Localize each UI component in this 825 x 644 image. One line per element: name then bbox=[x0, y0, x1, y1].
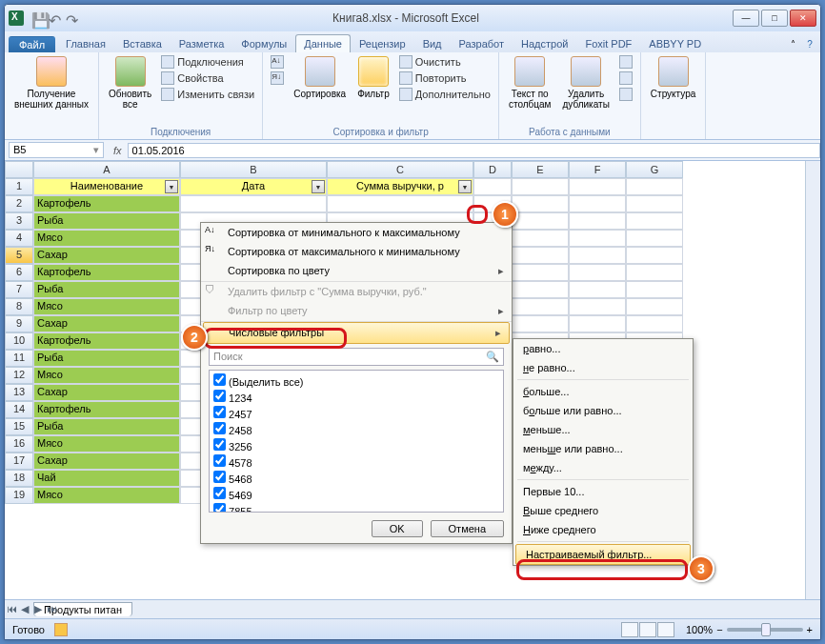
row-header-17[interactable]: 17 bbox=[5, 453, 33, 470]
column-header-G[interactable]: G bbox=[626, 161, 683, 178]
empty-cell[interactable] bbox=[569, 230, 626, 247]
column-header-E[interactable]: E bbox=[512, 161, 569, 178]
get-external-data-button[interactable]: Получение внешних данных bbox=[10, 54, 92, 111]
macro-record-icon[interactable] bbox=[54, 623, 68, 636]
checkbox-value[interactable]: 7855 bbox=[211, 502, 501, 513]
checkbox-select-all[interactable]: (Выделить все) bbox=[211, 372, 501, 389]
filter-option-item[interactable]: Настраиваемый фильтр... bbox=[515, 544, 691, 565]
table-cell[interactable]: Рыба bbox=[33, 281, 180, 298]
filter-option-item[interactable]: больше или равно... bbox=[513, 401, 693, 420]
empty-cell[interactable] bbox=[569, 264, 626, 281]
table-cell[interactable]: Рыба bbox=[33, 350, 180, 367]
column-header-D[interactable]: D bbox=[473, 161, 512, 178]
table-header-C[interactable]: Сумма выручки, р bbox=[327, 178, 473, 195]
qat-undo-icon[interactable]: ↶ bbox=[49, 11, 62, 25]
row-header-16[interactable]: 16 bbox=[5, 435, 33, 453]
empty-cell[interactable] bbox=[473, 178, 512, 195]
row-header-18[interactable]: 18 bbox=[5, 470, 33, 487]
filter-option-item[interactable]: меньше... bbox=[513, 420, 693, 439]
row-header-2[interactable]: 2 bbox=[5, 195, 33, 212]
tab-nav-first[interactable]: ⏮ bbox=[5, 603, 18, 615]
empty-cell[interactable] bbox=[626, 178, 683, 195]
row-header-4[interactable]: 4 bbox=[5, 230, 33, 247]
fx-button[interactable]: fx bbox=[108, 145, 128, 156]
text-to-columns-button[interactable]: Текст по столбцам bbox=[505, 54, 555, 111]
tab-data[interactable]: Данные bbox=[295, 34, 351, 52]
advanced-filter-button[interactable]: Дополнительно bbox=[397, 87, 493, 102]
row-header-6[interactable]: 6 bbox=[5, 264, 33, 281]
table-cell[interactable]: Мясо bbox=[33, 435, 180, 453]
empty-cell[interactable] bbox=[512, 315, 569, 332]
close-button[interactable]: ✕ bbox=[790, 10, 816, 27]
zoom-level[interactable]: 100% bbox=[686, 624, 713, 635]
ribbon-minimize-icon[interactable]: ˄ bbox=[786, 39, 799, 52]
filter-option-item[interactable]: меньше или равно... bbox=[513, 439, 693, 458]
table-cell[interactable]: Мясо bbox=[33, 230, 180, 247]
empty-cell[interactable] bbox=[626, 264, 683, 281]
tab-layout[interactable]: Разметка bbox=[171, 34, 233, 52]
connections-button[interactable]: Подключения bbox=[159, 54, 256, 70]
zoom-in-button[interactable]: + bbox=[807, 624, 813, 635]
filter-option-item[interactable]: Выше среднего bbox=[513, 501, 693, 520]
number-filters-item[interactable]: Числовые фильтры▸ bbox=[203, 322, 510, 344]
refresh-all-button[interactable]: Обновить все bbox=[105, 54, 155, 111]
table-cell[interactable]: Сахар bbox=[33, 247, 180, 264]
empty-cell[interactable] bbox=[569, 247, 626, 264]
formula-input[interactable]: 01.05.2016 bbox=[128, 143, 820, 158]
row-header-7[interactable]: 7 bbox=[5, 281, 33, 298]
checkbox-value[interactable]: 3256 bbox=[211, 437, 501, 453]
empty-cell[interactable] bbox=[512, 195, 569, 212]
filter-dropdown-A[interactable] bbox=[165, 180, 178, 193]
tab-home[interactable]: Главная bbox=[57, 34, 114, 52]
empty-cell[interactable] bbox=[512, 230, 569, 247]
row-header-12[interactable]: 12 bbox=[5, 367, 33, 384]
filter-dropdown-C[interactable] bbox=[458, 180, 472, 193]
table-cell[interactable]: Картофель bbox=[33, 195, 180, 212]
table-cell[interactable]: Сахар bbox=[33, 453, 180, 470]
row-header-13[interactable]: 13 bbox=[5, 384, 33, 401]
tab-nav-prev[interactable]: ◀ bbox=[18, 603, 31, 615]
filter-search-input[interactable]: Поиск🔍 bbox=[209, 348, 504, 366]
whatif-button[interactable] bbox=[617, 87, 634, 102]
empty-cell[interactable] bbox=[569, 195, 626, 212]
empty-cell[interactable] bbox=[327, 195, 473, 212]
table-cell[interactable]: Мясо bbox=[33, 487, 180, 504]
filter-dropdown-B[interactable] bbox=[312, 180, 325, 193]
checkbox-value[interactable]: 4578 bbox=[211, 453, 501, 470]
name-box[interactable]: B5▾ bbox=[9, 142, 104, 158]
zoom-out-button[interactable]: − bbox=[716, 624, 722, 635]
minimize-button[interactable]: — bbox=[733, 10, 759, 27]
select-all-corner[interactable] bbox=[5, 161, 33, 178]
sort-button[interactable]: Сортировка bbox=[290, 54, 350, 101]
clear-filter-button[interactable]: Очистить bbox=[397, 54, 493, 70]
tab-nav-last[interactable]: ⏭ bbox=[45, 603, 58, 615]
checkbox-value[interactable]: 2457 bbox=[211, 405, 501, 421]
qat-save-icon[interactable]: 💾 bbox=[31, 11, 45, 25]
tab-developer[interactable]: Разработ bbox=[451, 34, 513, 52]
remove-duplicates-button[interactable]: Удалить дубликаты bbox=[558, 54, 613, 111]
sort-desc-button[interactable]: Я↓ bbox=[269, 70, 286, 86]
checkbox-value[interactable]: 2458 bbox=[211, 421, 501, 437]
qat-redo-icon[interactable]: ↷ bbox=[66, 11, 79, 25]
tab-foxit[interactable]: Foxit PDF bbox=[576, 34, 640, 52]
empty-cell[interactable] bbox=[626, 230, 683, 247]
table-cell[interactable]: Мясо bbox=[33, 298, 180, 315]
filter-option-item[interactable]: не равно... bbox=[513, 358, 693, 377]
checkbox-value[interactable]: 1234 bbox=[211, 389, 501, 405]
filter-option-item[interactable]: Первые 10... bbox=[513, 482, 693, 501]
empty-cell[interactable] bbox=[569, 212, 626, 230]
table-cell[interactable]: Картофель bbox=[33, 332, 180, 350]
row-header-14[interactable]: 14 bbox=[5, 401, 33, 418]
tab-abbyy[interactable]: ABBYY PD bbox=[640, 34, 710, 52]
cancel-button[interactable]: Отмена bbox=[431, 520, 504, 537]
zoom-slider[interactable] bbox=[727, 628, 803, 632]
table-cell[interactable]: Картофель bbox=[33, 401, 180, 418]
row-header-1[interactable]: 1 bbox=[5, 178, 33, 195]
view-layout-button[interactable] bbox=[639, 622, 656, 637]
properties-button[interactable]: Свойства bbox=[159, 70, 256, 86]
column-header-C[interactable]: C bbox=[327, 161, 473, 178]
empty-cell[interactable] bbox=[180, 195, 327, 212]
row-header-9[interactable]: 9 bbox=[5, 315, 33, 332]
filter-value-list[interactable]: (Выделить все) 1234 2457 2458 3256 4578 … bbox=[209, 370, 504, 513]
empty-cell[interactable] bbox=[626, 195, 683, 212]
